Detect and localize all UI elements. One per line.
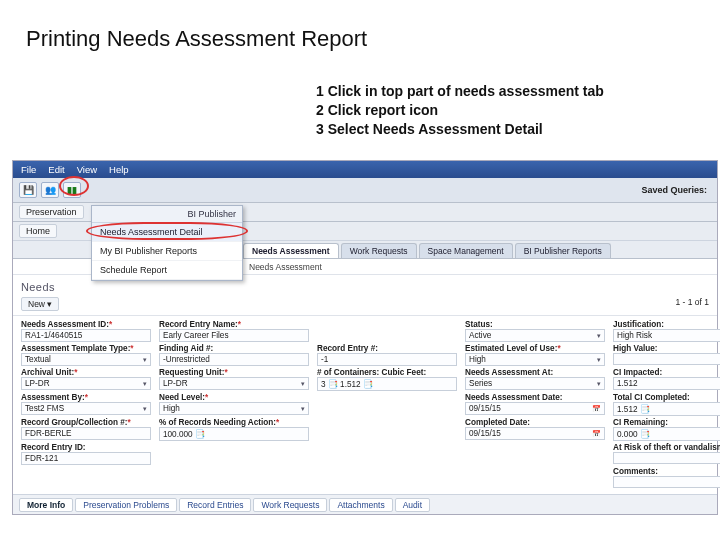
chevron-down-icon: ▾ <box>301 405 305 413</box>
form-field: CI Impacted:1.512📑 <box>613 368 720 391</box>
field-label: Needs Assessment ID:* <box>21 320 151 329</box>
dropdown-item-needs-assessment-detail[interactable]: Needs Assessment Detail <box>92 223 242 242</box>
form-field: At Risk of theft or vandalism <box>613 443 720 465</box>
instruction-line: 2 Click report icon <box>316 101 604 120</box>
btab-audit[interactable]: Audit <box>395 498 430 512</box>
chevron-down-icon: ▾ <box>597 380 601 388</box>
field-label: Status: <box>465 320 605 329</box>
tab-work-requests[interactable]: Work Requests <box>341 243 417 258</box>
chevron-down-icon: ▾ <box>597 332 601 340</box>
field-label: Justification: <box>613 320 720 329</box>
form-field: Total CI Completed:1.512 📑 <box>613 393 720 416</box>
saved-queries-label: Saved Queries: <box>641 185 711 195</box>
field-label: Assessment Template Type:* <box>21 344 151 353</box>
field-value[interactable]: Early Career Files <box>159 329 309 342</box>
tab-bi-publisher[interactable]: BI Publisher Reports <box>515 243 611 258</box>
field-value[interactable] <box>613 452 720 464</box>
field-value[interactable]: 0.000 📑 <box>613 427 720 441</box>
field-value[interactable]: -1 <box>317 353 457 366</box>
field-label: Record Group/Collection #:* <box>21 418 151 427</box>
field-value[interactable]: Series▾ <box>465 377 605 390</box>
form-field: Assessment Template Type:*Textual▾ <box>21 344 151 366</box>
field-value[interactable]: FDR-BERLE <box>21 427 151 440</box>
btab-more-info[interactable]: More Info <box>19 498 73 512</box>
field-value[interactable]: -Unrestricted <box>159 353 309 366</box>
bottom-tab-bar: More Info Preservation Problems Record E… <box>13 494 717 514</box>
field-value[interactable]: LP-DR▾ <box>21 377 151 390</box>
form-field: Finding Aid #:-Unrestricted <box>159 344 309 366</box>
crumb-preservation[interactable]: Preservation <box>19 205 84 219</box>
form-field: Record Entry #:-1 <box>317 344 457 366</box>
field-value[interactable]: High▾ <box>159 402 309 415</box>
field-value[interactable]: 100.000 📑 <box>159 427 309 441</box>
form-field: Record Group/Collection #:*FDR-BERLE <box>21 418 151 441</box>
dropdown-item-my-reports[interactable]: My BI Publisher Reports <box>92 242 242 261</box>
save-icon[interactable]: 💾 <box>19 182 37 198</box>
field-value[interactable]: 09/15/15📅 <box>465 427 605 440</box>
form-field: Needs Assessment At:Series▾ <box>465 368 605 391</box>
tab-space-management[interactable]: Space Management <box>419 243 513 258</box>
form-field: % of Records Needing Action:*100.000 📑 <box>159 418 309 441</box>
menubar: File Edit View Help <box>13 161 717 178</box>
dropdown-header: BI Publisher <box>92 206 242 223</box>
field-label: Requesting Unit:* <box>159 368 309 377</box>
field-value[interactable] <box>613 353 720 365</box>
app-window: File Edit View Help 💾 👥 ▮▮ Saved Queries… <box>12 160 718 515</box>
menu-edit[interactable]: Edit <box>48 164 64 175</box>
field-label: Assessment By:* <box>21 393 151 402</box>
calendar-icon: 📅 <box>592 405 601 413</box>
form-field: Completed Date:09/15/15📅 <box>465 418 605 441</box>
report-icon[interactable]: ▮▮ <box>63 182 81 198</box>
icon-toolbar: 💾 👥 ▮▮ Saved Queries: <box>13 178 717 203</box>
field-value[interactable]: RA1-1/4640515 <box>21 329 151 342</box>
calendar-icon: 📅 <box>592 430 601 438</box>
field-label: Record Entry #: <box>317 344 457 353</box>
field-value[interactable]: High Risk▾ <box>613 329 720 342</box>
dropdown-item-schedule-report[interactable]: Schedule Report <box>92 261 242 280</box>
field-label: Estimated Level of Use:* <box>465 344 605 353</box>
form-field: Needs Assessment Date:09/15/15📅 <box>465 393 605 416</box>
btab-attachments[interactable]: Attachments <box>329 498 392 512</box>
form-field: Need Level:*High▾ <box>159 393 309 416</box>
form-field: Justification:High Risk▾ <box>613 320 720 342</box>
menu-view[interactable]: View <box>77 164 97 175</box>
field-label: CI Impacted: <box>613 368 720 377</box>
chevron-down-icon: ▾ <box>597 356 601 364</box>
field-value[interactable]: 1.512 📑 <box>613 402 720 416</box>
btab-work-requests[interactable]: Work Requests <box>253 498 327 512</box>
crumb-home[interactable]: Home <box>19 224 57 238</box>
form-field: CI Remaining:0.000 📑 <box>613 418 720 441</box>
instruction-line: 3 Select Needs Assessment Detail <box>316 120 604 139</box>
field-value[interactable]: High▾ <box>465 353 605 366</box>
form-field: Record Entry ID:FDR-121 <box>21 443 151 465</box>
record-count: 1 - 1 of 1 <box>675 297 709 311</box>
field-label: % of Records Needing Action:* <box>159 418 309 427</box>
menu-help[interactable]: Help <box>109 164 129 175</box>
new-button[interactable]: New ▾ <box>21 297 59 311</box>
chevron-down-icon: ▾ <box>143 405 147 413</box>
field-value[interactable]: LP-DR▾ <box>159 377 309 390</box>
field-label: Needs Assessment At: <box>465 368 605 377</box>
field-value[interactable]: FDR-121 <box>21 452 151 465</box>
btab-preservation-problems[interactable]: Preservation Problems <box>75 498 177 512</box>
list-toolbar: New ▾ 1 - 1 of 1 <box>13 295 717 316</box>
form-field: Status:Active▾ <box>465 320 605 342</box>
field-label: Comments: <box>613 467 720 476</box>
field-value[interactable]: Active▾ <box>465 329 605 342</box>
menu-file[interactable]: File <box>21 164 36 175</box>
field-value[interactable]: Test2 FMS▾ <box>21 402 151 415</box>
users-icon[interactable]: 👥 <box>41 182 59 198</box>
field-value[interactable]: 1.512📑 <box>613 377 720 390</box>
field-value[interactable]: 09/15/15📅 <box>465 402 605 415</box>
btab-record-entries[interactable]: Record Entries <box>179 498 251 512</box>
chevron-down-icon: ▾ <box>301 380 305 388</box>
field-label: Finding Aid #: <box>159 344 309 353</box>
field-value[interactable] <box>613 476 720 488</box>
form-field: Record Entry Name:*Early Career Files <box>159 320 309 342</box>
form-field: High Value: <box>613 344 720 366</box>
field-value[interactable]: 3 📑 1.512 📑 <box>317 377 457 391</box>
field-value[interactable]: Textual▾ <box>21 353 151 366</box>
field-label: Record Entry ID: <box>21 443 151 452</box>
tab-needs-assessment[interactable]: Needs Assessment <box>243 243 339 258</box>
report-dropdown: BI Publisher Needs Assessment Detail My … <box>91 205 243 281</box>
